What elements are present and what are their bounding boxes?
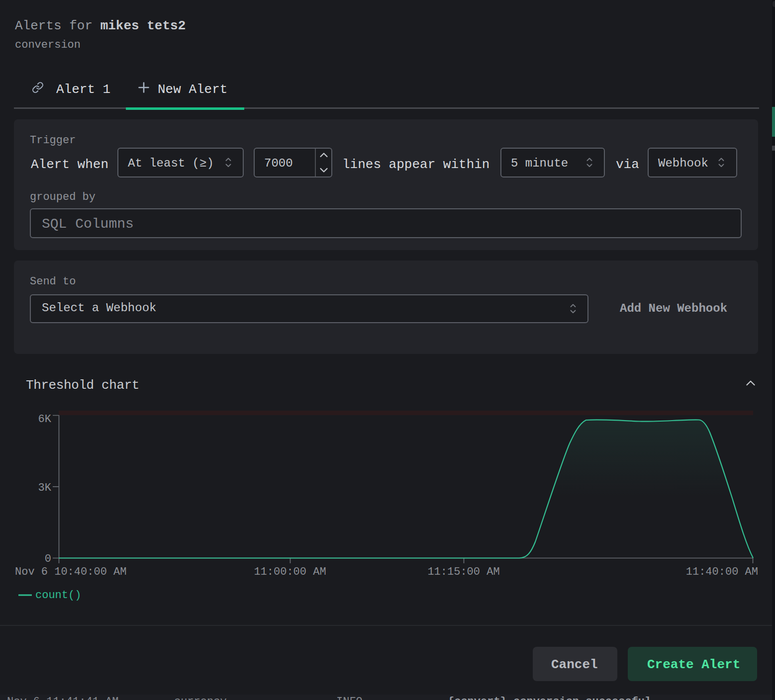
svg-text:0: 0 [45, 553, 51, 565]
svg-text:11:15:00 AM: 11:15:00 AM [427, 566, 499, 578]
svg-text:11:00:00 AM: 11:00:00 AM [254, 566, 326, 578]
svg-text:count(): count() [35, 589, 81, 602]
svg-text:6K: 6K [38, 413, 52, 426]
svg-text:3K: 3K [38, 482, 52, 494]
svg-text:Nov 6 10:40:00 AM: Nov 6 10:40:00 AM [15, 566, 126, 578]
svg-text:11:40:00 AM: 11:40:00 AM [686, 566, 758, 578]
